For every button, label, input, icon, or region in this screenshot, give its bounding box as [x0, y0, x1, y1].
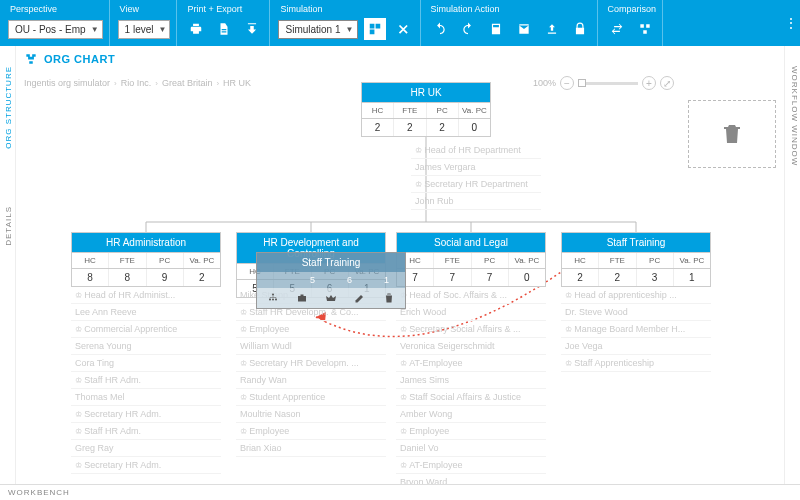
briefcase-icon[interactable]: [296, 292, 308, 304]
people-list: Head of Soc. Affairs & ... Erich Wood Se…: [396, 287, 546, 484]
tab-workflow[interactable]: WORKFLOW WINDOW: [790, 66, 799, 166]
trash-dropzone[interactable]: [688, 100, 776, 168]
edit-icon[interactable]: [354, 292, 366, 304]
redo-icon[interactable]: [457, 18, 479, 40]
people-list: Head of HR Administ... Lee Ann Reeve Com…: [71, 287, 221, 474]
svg-point-10: [275, 299, 277, 301]
ghost-toolbar: [257, 288, 405, 308]
svg-point-9: [272, 299, 274, 301]
zoom-percent: 100%: [533, 78, 556, 88]
print-export-label: Print + Export: [185, 2, 263, 17]
org-node-hr-admin[interactable]: HR Administration HCFTEPCVa. PC 8892: [71, 232, 221, 287]
org-chart-icon: [24, 52, 38, 66]
main-area: ORG STRUCTURE DETAILS WORKFLOW WINDOW OR…: [0, 46, 800, 500]
chart-canvas[interactable]: Ingentis org simulator› Rio Inc.› Great …: [16, 72, 784, 484]
svg-point-8: [269, 299, 271, 301]
download-icon[interactable]: [241, 18, 263, 40]
node-title: HR UK: [362, 83, 490, 102]
org-node-root[interactable]: HR UK HCFTEPCVa. PC 2220: [361, 82, 491, 137]
perspective-select[interactable]: OU - Pos - Emp▼: [8, 20, 103, 39]
group-comparison: Comparison: [598, 0, 664, 46]
org-node-social-legal[interactable]: Social and Legal HCFTEPCVa. PC 7770: [396, 232, 546, 287]
lock-icon[interactable]: [569, 18, 591, 40]
simulation-label: Simulation: [278, 2, 413, 17]
comparison-label: Comparison: [606, 2, 657, 17]
content-pane: ORG CHART Ingentis org simulator› Rio In…: [16, 46, 784, 484]
caret-down-icon: ▼: [346, 25, 354, 34]
close-icon[interactable]: [392, 18, 414, 40]
group-view: View 1 level▼: [110, 0, 178, 46]
export-pdf-icon[interactable]: [213, 18, 235, 40]
page-title: ORG CHART: [44, 53, 115, 65]
trash-icon: [720, 122, 744, 146]
org-node-staff-training[interactable]: Staff Training HCFTEPCVa. PC 2231: [561, 232, 711, 287]
zoom-in-icon[interactable]: +: [642, 76, 656, 90]
hierarchy-icon[interactable]: [267, 292, 279, 304]
overflow-menu-icon[interactable]: ⋮: [782, 0, 800, 46]
crown-icon[interactable]: [325, 292, 337, 304]
upload-icon[interactable]: [541, 18, 563, 40]
group-perspective: Perspective OU - Pos - Emp▼: [0, 0, 110, 46]
caret-down-icon: ▼: [159, 25, 167, 34]
undo-icon[interactable]: [429, 18, 451, 40]
group-simulation: Simulation Simulation 1▼: [270, 0, 420, 46]
workbench-bar[interactable]: WORKBENCH: [0, 484, 800, 500]
caret-down-icon: ▼: [91, 25, 99, 34]
people-list-root: Head of HR Department James Vergara Secr…: [411, 142, 541, 210]
zoom-out-icon[interactable]: −: [560, 76, 574, 90]
drag-ghost-node[interactable]: Staff Training 561: [256, 252, 406, 309]
view-label: View: [118, 2, 171, 17]
right-rail: WORKFLOW WINDOW: [784, 46, 800, 500]
breadcrumb[interactable]: Ingentis org simulator› Rio Inc.› Great …: [24, 78, 251, 88]
svg-point-7: [272, 294, 274, 296]
people-list: Mike Strapp Staff HR Developm. & Co... E…: [236, 287, 386, 457]
delete-icon[interactable]: [383, 292, 395, 304]
perspective-label: Perspective: [8, 2, 103, 17]
zoom-control: 100% − + ⤢: [533, 76, 674, 90]
left-rail: ORG STRUCTURE DETAILS: [0, 46, 16, 500]
print-icon[interactable]: [185, 18, 207, 40]
simulation-action-icon[interactable]: [364, 18, 386, 40]
compare-tree-icon[interactable]: [634, 18, 656, 40]
simulation-select[interactable]: Simulation 1▼: [278, 20, 357, 39]
mail-icon[interactable]: [513, 18, 535, 40]
zoom-slider[interactable]: [578, 82, 638, 85]
tab-details[interactable]: DETAILS: [4, 206, 13, 246]
calculator-icon[interactable]: [485, 18, 507, 40]
tab-org-structure[interactable]: ORG STRUCTURE: [4, 66, 13, 149]
group-print-export: Print + Export: [177, 0, 270, 46]
view-select[interactable]: 1 level▼: [118, 20, 171, 39]
page-title-row: ORG CHART: [16, 46, 784, 72]
group-simulation-action: Simulation Action: [421, 0, 598, 46]
swap-icon[interactable]: [606, 18, 628, 40]
people-list: Head of apprenticeship ... Dr. Steve Woo…: [561, 287, 711, 372]
top-toolbar: Perspective OU - Pos - Emp▼ View 1 level…: [0, 0, 800, 46]
sim-action-label: Simulation Action: [429, 2, 591, 17]
zoom-fit-icon[interactable]: ⤢: [660, 76, 674, 90]
